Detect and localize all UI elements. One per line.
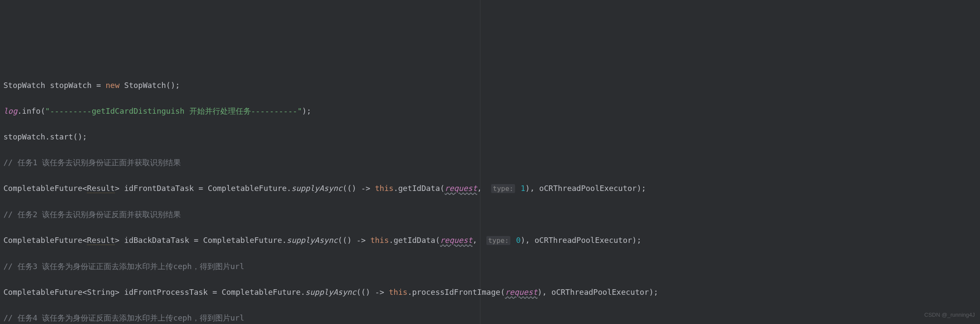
string-literal: "---------getIdCardDistinguish 开始并行处理任务-… [45,106,302,115]
code-line-6[interactable]: // 任务2 该任务去识别身份证反面并获取识别结果 [3,208,977,221]
param-hint-type: type: [486,236,510,245]
param-request: request [505,288,537,297]
comment: // 任务3 该任务为身份证正面去添加水印并上传ceph，得到图片url [3,262,244,271]
type-name: CompletableFuture [3,288,82,297]
var-name: stopWatch [50,81,92,90]
keyword-new: new [105,81,120,90]
comment: // 任务1 该任务去识别身份证正面并获取识别结果 [3,158,181,167]
method-processidfront: processIdFrontImage [412,288,500,297]
number-literal: 0 [511,236,521,245]
method-supplyasync: supplyAsync [291,184,342,193]
param-request: request [445,184,477,193]
type-name: StopWatch [3,81,45,90]
method-getiddata: getIdData [393,236,435,245]
var-ref: stopWatch [3,132,45,141]
watermark: CSDN @_running4J [924,309,975,321]
method-info: info [22,106,40,115]
method-start: start [50,132,73,141]
param-hint-type: type: [491,184,515,193]
code-line-3[interactable]: stopWatch.start(); [3,130,977,143]
method-supplyasync: supplyAsync [305,288,356,297]
code-line-1[interactable]: StopWatch stopWatch = new StopWatch(); [3,79,977,92]
code-line-4[interactable]: // 任务1 该任务去识别身份证正面并获取识别结果 [3,156,977,169]
editor-margin-line [480,0,480,324]
comment: // 任务4 该任务为身份证反面去添加水印并上传ceph，得到图片url [3,313,244,322]
type-name: CompletableFuture [3,184,82,193]
code-line-7[interactable]: CompletableFuture<Result> idBackDataTask… [3,234,977,247]
generic-result: Result [87,236,115,245]
method-getiddata: getIdData [398,184,440,193]
method-supplyasync: supplyAsync [287,236,338,245]
code-line-10[interactable]: // 任务4 该任务为身份证反面去添加水印并上传ceph，得到图片url [3,312,977,324]
code-line-2[interactable]: log.info("---------getIdCardDistinguish … [3,105,977,118]
number-literal: 1 [516,184,525,193]
keyword-this: this [375,184,393,193]
comment: // 任务2 该任务去识别身份证反面并获取识别结果 [3,210,181,219]
type-name: CompletableFuture [3,236,82,245]
log-field: log [3,106,18,115]
keyword-this: this [389,288,408,297]
code-line-5[interactable]: CompletableFuture<Result> idFrontDataTas… [3,182,977,195]
code-line-8[interactable]: // 任务3 该任务为身份证正面去添加水印并上传ceph，得到图片url [3,260,977,273]
param-request: request [440,236,473,245]
generic-result: Result [87,184,115,193]
generic-string: String [87,288,115,297]
keyword-this: this [370,236,389,245]
code-line-9[interactable]: CompletableFuture<String> idFrontProcess… [3,286,977,299]
